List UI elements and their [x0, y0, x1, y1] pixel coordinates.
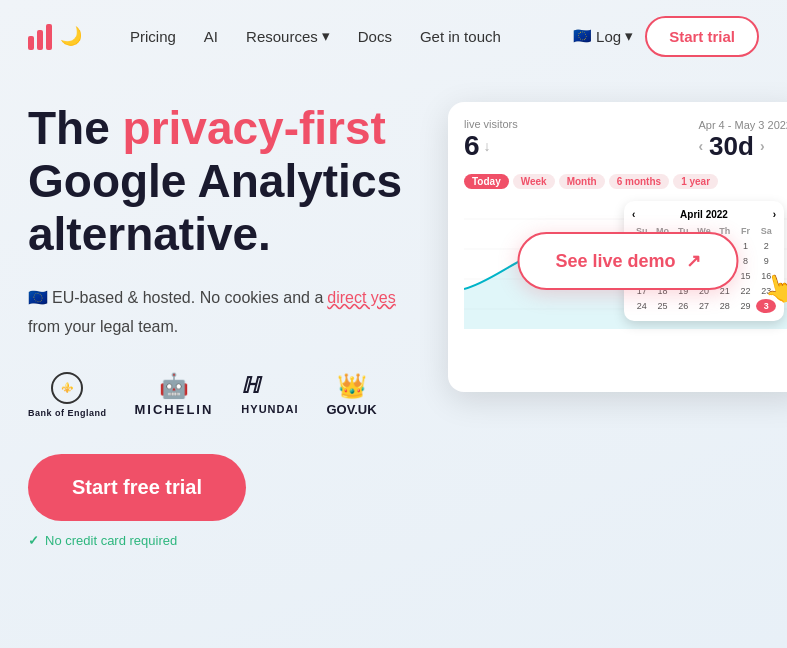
- nav-links: Pricing AI Resources ▾ Docs Get in touch: [130, 27, 541, 45]
- moon-icon: 🌙: [60, 25, 82, 47]
- cal-day-23[interactable]: 23: [756, 284, 776, 298]
- chevron-right-icon[interactable]: ›: [760, 138, 765, 154]
- subtitle-text2: from your legal team.: [28, 314, 178, 340]
- cal-header-fr: Fr: [736, 224, 756, 238]
- govuk-crown-icon: 👑: [337, 372, 367, 400]
- cal-day-8[interactable]: 8: [736, 254, 756, 268]
- cal-day-26[interactable]: 26: [673, 299, 693, 313]
- period-today[interactable]: Today: [464, 174, 509, 189]
- check-icon: ✓: [28, 533, 39, 548]
- michelin-label: MICHELIN: [135, 402, 214, 417]
- visitors-label: live visitors: [464, 118, 518, 130]
- nav-ai[interactable]: AI: [204, 28, 218, 45]
- cal-next[interactable]: ›: [773, 209, 776, 220]
- cal-day-15[interactable]: 15: [736, 269, 756, 283]
- boe-label: Bank of England: [28, 408, 107, 418]
- arrow-icon: ↗: [686, 250, 701, 272]
- cal-day-24[interactable]: 24: [632, 299, 652, 313]
- logo[interactable]: 🌙: [28, 22, 82, 50]
- no-cc-notice: ✓ No credit card required: [28, 533, 428, 548]
- brand-michelin: 🤖 MICHELIN: [135, 372, 214, 417]
- brand-bank-of-england: ⚜️ Bank of England: [28, 372, 107, 418]
- hero-left: The privacy-first Google Analytics alter…: [28, 102, 428, 548]
- hero-heading: The privacy-first Google Analytics alter…: [28, 102, 428, 261]
- cal-month-header: ‹ April 2022 ›: [632, 209, 776, 220]
- visitor-count: 6 ↓: [464, 130, 518, 162]
- cal-day-29[interactable]: 29: [736, 299, 756, 313]
- start-free-trial-button[interactable]: Start free trial: [28, 454, 246, 521]
- cal-day-25[interactable]: 25: [653, 299, 673, 313]
- cal-day-27[interactable]: 27: [694, 299, 714, 313]
- nav-resources[interactable]: Resources ▾: [246, 27, 330, 45]
- cal-header-sa: Sa: [756, 224, 776, 238]
- period-6m[interactable]: 6 months: [609, 174, 669, 189]
- period-month[interactable]: Month: [559, 174, 605, 189]
- chevron-down-icon: ▾: [322, 27, 330, 45]
- navbar: 🌙 Pricing AI Resources ▾ Docs Get in tou…: [0, 0, 787, 72]
- subtitle-text1: EU-based & hosted. No cookies and a: [52, 285, 323, 311]
- hyundai-label: ℍ HYUNDAI: [241, 373, 298, 416]
- direct-yes-link[interactable]: direct yes: [327, 285, 395, 311]
- heading-highlight: privacy-first: [123, 102, 386, 154]
- period-week[interactable]: Week: [513, 174, 555, 189]
- nav-contact[interactable]: Get in touch: [420, 28, 501, 45]
- heading-the: The: [28, 102, 123, 154]
- start-trial-button[interactable]: Start trial: [645, 16, 759, 57]
- period-pills: Today Week Month 6 months 1 year: [464, 174, 787, 189]
- bar3: [46, 24, 52, 50]
- chevron-down-icon: ▾: [625, 27, 633, 45]
- cal-day-9[interactable]: 9: [756, 254, 776, 268]
- nav-actions: 🇪🇺 Log ▾ Start trial: [573, 16, 759, 57]
- heading-rest: Google Analytics alternative.: [28, 155, 402, 260]
- live-demo-button[interactable]: See live demo ↗: [517, 232, 738, 290]
- cal-day-28[interactable]: 28: [715, 299, 735, 313]
- hero-section: The privacy-first Google Analytics alter…: [0, 72, 787, 548]
- govuk-label: GOV.UK: [326, 402, 376, 417]
- cal-day-16[interactable]: 16: [756, 269, 776, 283]
- nav-docs[interactable]: Docs: [358, 28, 392, 45]
- cal-prev[interactable]: ‹: [632, 209, 635, 220]
- cal-month-label: April 2022: [680, 209, 728, 220]
- cal-day-today[interactable]: 3: [756, 299, 776, 313]
- cal-day-2[interactable]: 2: [756, 239, 776, 253]
- no-cc-text: No credit card required: [45, 533, 177, 548]
- brand-hyundai: ℍ HYUNDAI: [241, 373, 298, 416]
- date-section: Apr 4 - May 3 2022 ‹ 30d ›: [698, 119, 787, 162]
- cal-day-1[interactable]: 1: [736, 239, 756, 253]
- login-label: Log: [596, 28, 621, 45]
- live-demo-label: See live demo: [555, 251, 675, 272]
- date-days: ‹ 30d ›: [698, 131, 787, 162]
- bar1: [28, 36, 34, 50]
- date-range-label: Apr 4 - May 3 2022: [698, 119, 787, 131]
- bar2: [37, 30, 43, 50]
- eu-flag-subtitle: 🇪🇺: [28, 285, 48, 311]
- brand-logos: ⚜️ Bank of England 🤖 MICHELIN ℍ HYUNDAI …: [28, 372, 428, 418]
- dash-header: live visitors 6 ↓ Apr 4 - May 3 2022 ‹ 3…: [464, 118, 787, 162]
- cal-day-22[interactable]: 22: [736, 284, 756, 298]
- boe-icon: ⚜️: [51, 372, 83, 404]
- visitors-section: live visitors 6 ↓: [464, 118, 518, 162]
- count-arrow: ↓: [484, 138, 491, 154]
- locale-button[interactable]: 🇪🇺 Log ▾: [573, 27, 633, 45]
- hero-subtitle: 🇪🇺 EU-based & hosted. No cookies and a d…: [28, 285, 428, 340]
- logo-bars-icon: [28, 22, 52, 50]
- nav-pricing[interactable]: Pricing: [130, 28, 176, 45]
- eu-flag-icon: 🇪🇺: [573, 27, 592, 45]
- hero-right: live visitors 6 ↓ Apr 4 - May 3 2022 ‹ 3…: [448, 102, 787, 548]
- brand-govuk: 👑 GOV.UK: [326, 372, 376, 417]
- period-1y[interactable]: 1 year: [673, 174, 718, 189]
- chevron-left-icon[interactable]: ‹: [698, 138, 703, 154]
- michelin-icon: 🤖: [159, 372, 189, 400]
